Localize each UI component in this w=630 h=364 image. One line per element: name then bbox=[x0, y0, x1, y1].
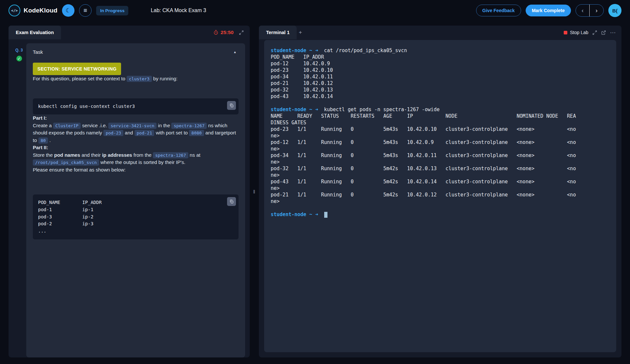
kodekloud-logo-icon: </> bbox=[9, 5, 20, 16]
clusterip-chip: ClusterIP bbox=[53, 123, 81, 129]
part1-paragraph: Create a ClusterIP service .i.e. service… bbox=[33, 122, 239, 144]
targetport-chip: 80 bbox=[38, 137, 48, 144]
panel-resize-handle[interactable]: ‖ bbox=[250, 26, 259, 357]
tab-exam-evaluation[interactable]: Exam Evaluation bbox=[9, 26, 61, 39]
code-block-context: kubectl config use-context cluster3 bbox=[33, 98, 239, 115]
section-badge: SECTION: SERVICE NETWORKING bbox=[33, 63, 121, 75]
part2-heading: Part II: bbox=[33, 144, 239, 152]
task-title: Task bbox=[33, 49, 43, 55]
expand-icon bbox=[592, 30, 597, 35]
next-lab-button[interactable]: › bbox=[590, 5, 603, 16]
task-card: Task ▲ SECTION: SERVICE NETWORKING For t… bbox=[26, 43, 245, 357]
shell-prompt: student-node ~ ➜ bbox=[271, 107, 318, 112]
tab-terminal-1[interactable]: Terminal 1 bbox=[259, 26, 297, 39]
expand-terminal-button[interactable] bbox=[590, 29, 599, 36]
copy-code-button[interactable] bbox=[227, 101, 236, 110]
theme-toggle-button[interactable]: ☾ bbox=[62, 4, 74, 17]
stop-lab-button[interactable]: Stop Lab bbox=[562, 30, 590, 35]
main-content: Exam Evaluation 25:50 Q. 3 ✓ Task ▲ bbox=[0, 21, 630, 364]
kodekloud-logo[interactable]: </> KodeKloud bbox=[9, 5, 57, 16]
copy-icon bbox=[229, 103, 234, 108]
clock-icon bbox=[213, 30, 219, 35]
terminal-command-line: student-node ~ ➜kubectl get pods -n spec… bbox=[271, 106, 616, 113]
terminal-panel: Terminal 1 + Stop Lab ⋯ student-node ~ ➜… bbox=[259, 26, 621, 357]
code-text: kubectl config use-context cluster3 bbox=[38, 103, 233, 110]
terminal[interactable]: student-node ~ ➜cat /root/pod_ips_cka05_… bbox=[264, 40, 616, 352]
open-in-new-window-button[interactable] bbox=[599, 29, 608, 36]
give-feedback-button[interactable]: Give Feedback bbox=[476, 5, 521, 16]
intro-paragraph: For this question, please set the contex… bbox=[33, 75, 239, 83]
code-text: POD_NAME IP_ADDR pod-1 ip-1 pod-3 ip-2 p… bbox=[38, 199, 233, 234]
part2-paragraph: Store the pod names and their ip address… bbox=[33, 152, 239, 166]
terminal-output: NAME READY STATUS RESTARTS AGE IP NODE N… bbox=[271, 113, 616, 205]
moon-icon: ☾ bbox=[66, 7, 71, 14]
copy-icon bbox=[229, 199, 234, 204]
terminal-cursor bbox=[324, 212, 327, 218]
new-terminal-tab-button[interactable]: + bbox=[297, 28, 304, 37]
terminal-command-line: student-node ~ ➜ bbox=[271, 211, 616, 218]
terminal-command-line: student-node ~ ➜cat /root/pod_ips_cka05_… bbox=[271, 47, 616, 54]
code-block-format: POD_NAME IP_ADDR pod-1 ip-1 pod-3 ip-2 p… bbox=[33, 194, 239, 239]
previous-lab-button[interactable]: ‹ bbox=[576, 5, 590, 16]
terminal-output: POD_NAME IP_ADDR pod-12 10.42.0.9 pod-23… bbox=[271, 54, 616, 100]
status-badge: In Progress bbox=[96, 6, 128, 15]
course-menu-button[interactable]: ≡ bbox=[79, 4, 92, 17]
top-header: </> KodeKloud ☾ ≡ In Progress Lab: CKA M… bbox=[0, 0, 630, 21]
cluster3-chip: cluster3 bbox=[127, 76, 152, 82]
question-complete-icon[interactable]: ✓ bbox=[16, 55, 23, 62]
collapse-task-button[interactable]: ▲ bbox=[231, 50, 239, 54]
stop-icon bbox=[564, 31, 567, 34]
shell-prompt: student-node ~ ➜ bbox=[271, 212, 318, 217]
question-number: Q. 3 bbox=[15, 48, 23, 52]
port-chip: 8080 bbox=[189, 130, 204, 136]
expand-panel-button[interactable] bbox=[237, 29, 246, 36]
chevron-up-icon: ▲ bbox=[233, 50, 237, 54]
mark-complete-button[interactable]: Mark Complete bbox=[526, 5, 571, 16]
namespace-chip2: spectra-1267 bbox=[153, 152, 188, 158]
question-gutter: Q. 3 ✓ bbox=[12, 43, 26, 357]
more-options-button[interactable]: ⋯ bbox=[608, 28, 618, 37]
open-in-new-icon bbox=[601, 30, 606, 35]
lab-title: Lab: CKA Mock Exam 3 bbox=[151, 8, 206, 13]
namespace-chip: spectra-1267 bbox=[171, 123, 207, 129]
service-name-chip: service-3421-svcn bbox=[108, 123, 157, 129]
expand-icon bbox=[239, 30, 244, 35]
exam-timer: 25:50 bbox=[213, 30, 234, 35]
lab-nav-group: ‹ › bbox=[576, 4, 604, 17]
format-note: Please ensure the format as shown below: bbox=[33, 166, 239, 174]
pod21-chip: pod-21 bbox=[135, 130, 155, 136]
pod23-chip: pod-23 bbox=[103, 130, 123, 136]
file-path-chip: /root/pod_ips_cka05_svcn bbox=[33, 159, 99, 166]
brand-name: KodeKloud bbox=[24, 7, 57, 14]
copy-code-button[interactable] bbox=[227, 197, 236, 206]
timer-value: 25:50 bbox=[220, 30, 234, 35]
exam-evaluation-panel: Exam Evaluation 25:50 Q. 3 ✓ Task ▲ bbox=[9, 26, 250, 357]
avatar[interactable]: B( bbox=[608, 4, 621, 17]
menu-icon: ≡ bbox=[84, 7, 87, 14]
shell-prompt: student-node ~ ➜ bbox=[271, 48, 318, 53]
part1-heading: Part I: bbox=[33, 114, 239, 122]
